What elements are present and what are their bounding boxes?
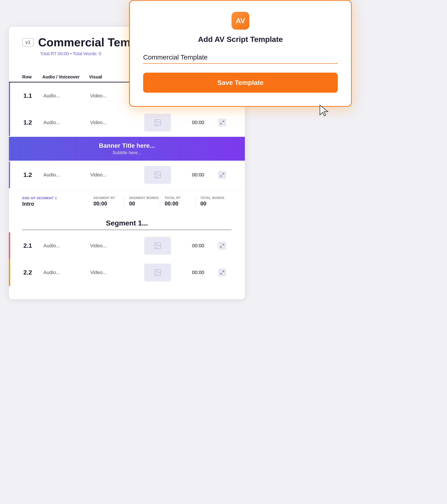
- total-rt-value: 00:00: [165, 200, 196, 207]
- table-row: 2.1 Audio... Video... 00:00: [9, 232, 245, 259]
- segment-words-label: SEGMENT WORDS: [129, 196, 160, 200]
- row-duration: 00:00: [180, 270, 216, 275]
- segment2-title: Segment 1...: [9, 212, 245, 230]
- save-template-button[interactable]: Save Template: [143, 73, 338, 93]
- segment-footer: END OF SEGMENT 1 Intro SEGMENT RT 00:00 …: [9, 191, 245, 212]
- row-audio: Audio...: [43, 93, 88, 99]
- segment-words-col: SEGMENT WORDS 00: [129, 196, 160, 207]
- segment-end-label: END OF SEGMENT 1: [22, 196, 67, 200]
- image-placeholder: [144, 166, 171, 184]
- template-name-input[interactable]: [143, 52, 338, 64]
- row-duration: 00:00: [180, 120, 216, 126]
- expand-icon[interactable]: [218, 242, 226, 250]
- image-placeholder: [144, 114, 171, 131]
- row-audio: Audio...: [43, 243, 88, 249]
- row-duration: 00:00: [180, 172, 216, 178]
- table-row: 1.2 Audio... Video... 00:00: [9, 162, 245, 188]
- svg-point-3: [156, 121, 157, 122]
- expand-icon[interactable]: [218, 119, 226, 126]
- expand-icon[interactable]: [218, 269, 226, 276]
- total-words-col: TOTAL WORDS 00: [200, 196, 232, 207]
- row-number: 2.2: [23, 269, 41, 276]
- svg-point-7: [156, 244, 157, 245]
- row-visual: Video...: [90, 172, 135, 178]
- expand-icon[interactable]: [218, 171, 226, 179]
- table-row: 1.2 Audio... Video... 00:00: [9, 109, 245, 136]
- row-visual: Video...: [90, 270, 135, 275]
- segment-rt-value: 00:00: [93, 200, 124, 207]
- modal-icon-label: AV: [236, 17, 245, 25]
- row-number: 1.2: [23, 171, 41, 179]
- row-number: 1.2: [23, 119, 41, 126]
- row-number: 1.1: [23, 92, 41, 99]
- segment-name: Intro: [22, 201, 67, 207]
- row-audio: Audio...: [43, 120, 88, 126]
- total-rt-label: TOTAL RT: [165, 196, 196, 200]
- row-visual: Video...: [90, 120, 135, 126]
- banner-subtitle: Subtitle here...: [22, 150, 232, 155]
- modal-icon-wrapper: AV: [143, 12, 338, 30]
- section-divider: [22, 230, 232, 230]
- segment-rt-label: SEGMENT RT: [93, 196, 124, 200]
- row-visual: Video...: [90, 243, 135, 249]
- row-audio: Audio...: [43, 172, 88, 178]
- col-row-header: Row: [22, 74, 40, 80]
- segment-rt-col: SEGMENT RT 00:00: [93, 196, 125, 207]
- total-words-value: 00: [200, 200, 232, 207]
- version-badge: v1: [22, 38, 34, 47]
- total-rt-col: TOTAL RT 00:00: [165, 196, 196, 207]
- col-visual-header: Visual: [89, 74, 134, 80]
- cursor-indicator: [319, 104, 329, 117]
- row-duration: 00:00: [180, 243, 216, 249]
- row-visual: Video...: [90, 93, 135, 99]
- modal-title: Add AV Script Template: [143, 35, 338, 44]
- table-row: 2.2 Audio... Video... 00:00: [9, 259, 245, 286]
- segment-words-value: 00: [129, 200, 160, 207]
- svg-point-9: [156, 271, 157, 272]
- add-av-script-modal: AV Add AV Script Template Save Template: [129, 0, 352, 107]
- col-audio-header: Audio / Voiceover: [42, 74, 87, 80]
- modal-av-icon: AV: [232, 12, 249, 30]
- svg-marker-10: [320, 105, 328, 116]
- row-number: 2.1: [23, 242, 41, 249]
- row-audio: Audio...: [43, 270, 88, 275]
- banner-title: Banner Title here...: [22, 142, 232, 149]
- image-placeholder: [144, 264, 171, 281]
- banner-row: Banner Title here... Subtitle here...: [9, 137, 245, 161]
- svg-point-5: [156, 173, 157, 175]
- segment-end-col: END OF SEGMENT 1 Intro: [22, 196, 67, 207]
- image-placeholder: [144, 237, 171, 255]
- total-words-label: TOTAL WORDS: [200, 196, 232, 200]
